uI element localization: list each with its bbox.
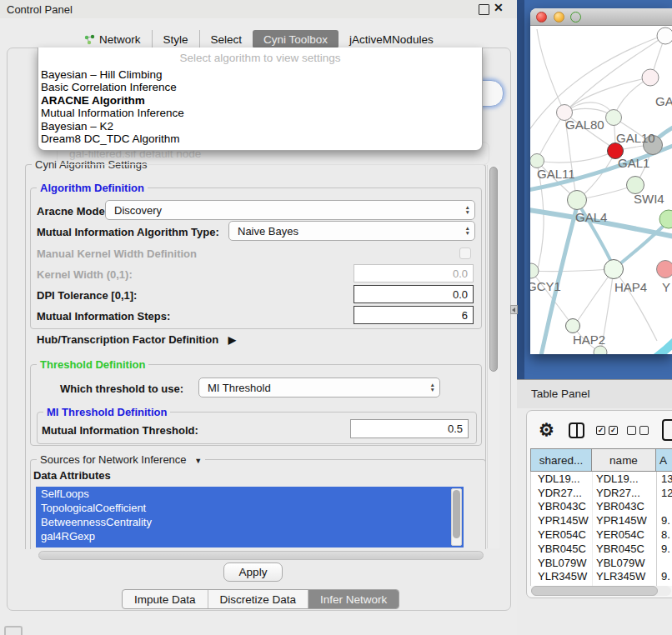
table-row[interactable]: YPR145WYPR145W9. <box>531 513 672 528</box>
hub-definition-toggle[interactable]: Hub/Transcription Factor Definition ▶ <box>37 333 236 346</box>
node-right-green[interactable] <box>659 210 672 228</box>
table-body: YDL19...YDL19...13 YDR27...YDR27...12 YB… <box>530 472 672 586</box>
tab-select-label: Select <box>211 33 243 46</box>
node-gal-top[interactable] <box>642 69 659 86</box>
attribute-item-selected[interactable]: BetweennessCentrality <box>36 515 464 529</box>
kernel-width-field[interactable]: 0.0 <box>354 264 474 282</box>
float-window-icon[interactable] <box>479 4 489 15</box>
algorithm-select-fragment[interactable] <box>480 80 504 107</box>
tab-infer-network[interactable]: Infer Network <box>308 590 399 608</box>
desktop-edge-strip <box>517 0 524 380</box>
attribute-list-scrollbar[interactable] <box>451 488 462 546</box>
tab-cyni-toolbox[interactable]: Cyni Toolbox <box>253 30 339 48</box>
split-columns-icon[interactable] <box>569 422 584 438</box>
data-attributes-label: Data Attributes <box>33 469 111 482</box>
tab-network[interactable]: Network <box>73 30 152 48</box>
dpi-tolerance-field[interactable]: 0.0 <box>354 285 474 303</box>
manual-kernel-checkbox[interactable] <box>459 248 471 259</box>
select-all-checks-icon[interactable]: ✓✓ <box>596 426 618 435</box>
algorithm-definition-title: Algorithm Definition <box>37 182 148 194</box>
expand-arrow-icon: ▶ <box>228 334 236 346</box>
table-row[interactable]: YER054CYER054C8. <box>531 528 672 542</box>
table-row[interactable]: YBL079WYBL079W <box>531 556 672 570</box>
label-gal10: GAL10 <box>616 131 655 145</box>
dropdown-item[interactable]: Dream8 DC_TDC Algorithm <box>38 132 482 145</box>
table-row[interactable]: YLR345WYLR345W9. <box>531 570 672 584</box>
node-gal11[interactable] <box>530 154 544 168</box>
label-hap2: HAP2 <box>573 332 605 347</box>
which-threshold-select[interactable]: MI Threshold ▲▼ <box>198 378 440 398</box>
mi-type-select[interactable]: Naive Bayes ▲▼ <box>228 221 475 241</box>
table-row[interactable]: YDR27...YDR27...12 <box>531 486 672 500</box>
node-gcy1[interactable] <box>530 263 539 278</box>
split-pane-collapse-handle[interactable] <box>510 305 518 314</box>
attribute-item-selected[interactable]: TopologicalCoefficient <box>36 501 464 515</box>
tab-discretize-data[interactable]: Discretize Data <box>208 590 309 608</box>
stepper-icon: ▲▼ <box>430 382 435 392</box>
column-header-name[interactable]: name <box>592 449 656 471</box>
zoom-traffic-icon[interactable] <box>570 12 581 22</box>
network-canvas[interactable]: GAL GAL80 GAL10 GAL1 GAL11 SWI4 GAL4 GCY… <box>530 26 672 354</box>
column-header-partial[interactable]: A <box>656 449 672 471</box>
label-hap4: HAP4 <box>614 280 647 294</box>
tab-network-label: Network <box>99 33 141 46</box>
node-salmon[interactable] <box>657 261 672 278</box>
network-window-titlebar[interactable] <box>530 8 672 26</box>
table-row[interactable]: YBR045CYBR045C9. <box>531 542 672 556</box>
new-table-icon[interactable] <box>662 419 672 441</box>
mi-threshold-group-title: MI Threshold Definition <box>43 406 170 418</box>
node-hap4[interactable] <box>604 260 624 279</box>
table-row[interactable]: YDL19...YDL19...13 <box>531 472 672 486</box>
mi-threshold-field[interactable]: 0.5 <box>350 419 469 438</box>
collapsed-panel-icon[interactable] <box>4 626 23 635</box>
node-gal4[interactable] <box>568 191 587 210</box>
control-panel-titlebar: Control Panel ✕ <box>0 0 517 18</box>
dpi-tolerance-label: DPI Tolerance [0,1]: <box>37 289 137 302</box>
data-attributes-list: SelfLoops TopologicalCoefficient Between… <box>36 487 464 548</box>
tab-style[interactable]: Style <box>152 30 199 48</box>
node-gal10[interactable] <box>606 110 622 126</box>
table-horizontal-scrollbar[interactable] <box>531 586 671 596</box>
network-view-window[interactable]: GAL GAL80 GAL10 GAL1 GAL11 SWI4 GAL4 GCY… <box>530 8 672 354</box>
scrollbar-thumb[interactable] <box>531 586 658 596</box>
node-bottom-green[interactable] <box>594 346 607 354</box>
settings-vertical-scrollbar[interactable] <box>487 165 499 548</box>
deselect-all-checks-icon[interactable] <box>627 426 649 435</box>
close-traffic-icon[interactable] <box>536 12 547 22</box>
node-top-partial[interactable] <box>657 28 672 44</box>
dropdown-item[interactable]: Bayesian – K2 <box>38 120 482 132</box>
attribute-item-selected[interactable]: gal4RGexp <box>36 529 464 543</box>
label-swi4: SWI4 <box>634 192 664 206</box>
dropdown-item[interactable]: Bayesian – Hill Climbing <box>38 68 482 81</box>
which-threshold-label: Which threshold to use: <box>60 382 183 395</box>
sources-group-title[interactable]: Sources for Network Inference ▼ <box>37 453 205 466</box>
attribute-item-selected[interactable]: SelfLoops <box>36 487 464 501</box>
scrollbar-thumb[interactable] <box>489 167 498 372</box>
settings-horizontal-scrollbar[interactable] <box>38 551 484 560</box>
dropdown-item[interactable]: Mutual Information Inference <box>38 107 482 119</box>
tab-jactivemnodules[interactable]: jActiveMNodules <box>339 30 444 48</box>
tab-cyni-toolbox-label: Cyni Toolbox <box>263 33 328 46</box>
bottom-tab-bar: Impute Data Discretize Data Infer Networ… <box>122 589 399 609</box>
tab-impute-data[interactable]: Impute Data <box>123 590 208 608</box>
panel-title: Control Panel <box>7 3 73 16</box>
table-row[interactable]: YBR043CYBR043C <box>531 500 672 514</box>
aracne-mode-select[interactable]: Discovery ▲▼ <box>105 200 475 220</box>
mi-type-label: Mutual Information Algorithm Type: <box>37 226 219 238</box>
close-icon[interactable]: ✕ <box>494 1 504 14</box>
stepper-icon: ▲▼ <box>465 226 470 236</box>
tab-discretize-data-label: Discretize Data <box>220 593 297 606</box>
node-hap2[interactable] <box>566 319 580 333</box>
minimize-traffic-icon[interactable] <box>554 12 564 22</box>
column-header-shared-name[interactable]: shared... <box>531 449 592 471</box>
dropdown-item[interactable]: Basic Correlation Inference <box>38 81 482 93</box>
apply-label: Apply <box>239 566 268 578</box>
gear-icon[interactable]: ⚙ <box>539 420 554 440</box>
scrollbar-thumb[interactable] <box>453 490 460 538</box>
tab-select[interactable]: Select <box>199 30 253 48</box>
dropdown-item-selected[interactable]: ARACNE Algorithm <box>38 94 482 107</box>
mi-steps-field[interactable]: 6 <box>354 306 474 324</box>
kernel-width-label: Kernel Width (0,1): <box>37 268 133 281</box>
tab-infer-network-label: Infer Network <box>320 593 387 606</box>
apply-button[interactable]: Apply <box>223 562 283 582</box>
